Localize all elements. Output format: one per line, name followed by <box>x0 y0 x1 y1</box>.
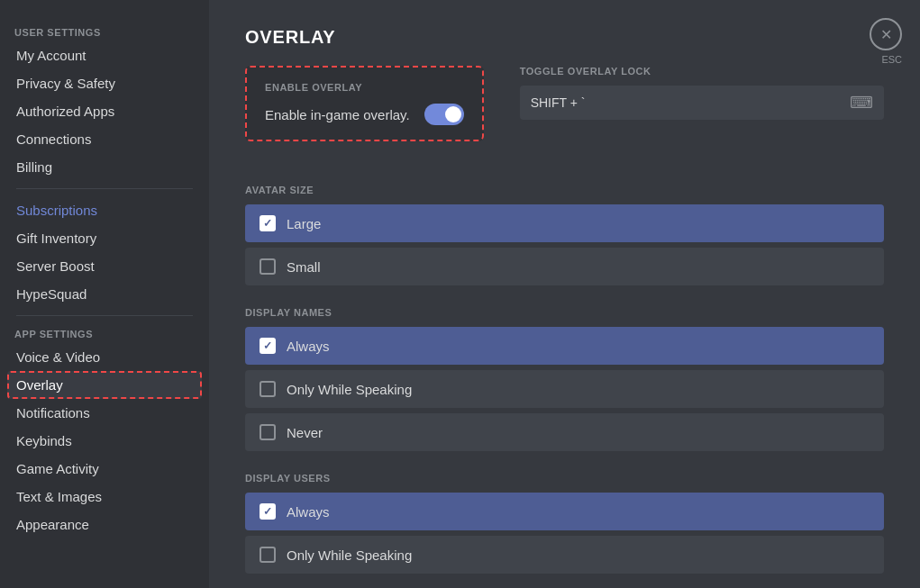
top-row: ENABLE OVERLAY Enable in-game overlay. T… <box>245 66 884 163</box>
checkbox-users-always <box>260 503 276 520</box>
user-settings-label: USER SETTINGS <box>7 22 202 41</box>
keyboard-icon: ⌨ <box>850 93 873 113</box>
checkbox-names-never <box>260 424 276 440</box>
sidebar-divider-2 <box>16 315 193 316</box>
sidebar-item-game-activity[interactable]: Game Activity <box>7 455 202 483</box>
avatar-size-small-label: Small <box>287 259 321 275</box>
display-names-section: DISPLAY NAMES Always Only While Speaking… <box>245 307 884 451</box>
display-names-speaking-label: Only While Speaking <box>287 382 412 397</box>
sidebar: USER SETTINGS My Account Privacy & Safet… <box>0 0 209 588</box>
toggle-lock-label: TOGGLE OVERLAY LOCK <box>520 66 884 77</box>
sidebar-item-hypesquad[interactable]: HypeSquad <box>7 280 202 308</box>
avatar-size-label: AVATAR SIZE <box>245 185 884 195</box>
sidebar-item-overlay[interactable]: Overlay <box>7 371 202 399</box>
sidebar-item-gift-inventory[interactable]: Gift Inventory <box>7 224 202 252</box>
sidebar-item-privacy-safety[interactable]: Privacy & Safety <box>7 69 202 97</box>
sidebar-divider-1 <box>16 188 193 189</box>
enable-overlay-text: Enable in-game overlay. <box>265 107 410 122</box>
sidebar-item-subscriptions[interactable]: Subscriptions <box>7 196 202 224</box>
display-users-always[interactable]: Always <box>245 493 884 530</box>
display-users-label: DISPLAY USERS <box>245 473 884 484</box>
checkbox-names-always <box>260 338 276 354</box>
keybind-text: SHIFT + ` <box>531 95 843 110</box>
sidebar-item-server-boost[interactable]: Server Boost <box>7 252 202 280</box>
page-title: OVERLAY <box>245 27 884 48</box>
enable-overlay-card: ENABLE OVERLAY Enable in-game overlay. <box>245 66 484 141</box>
close-button-label: ESC <box>881 54 902 65</box>
sidebar-item-text-images[interactable]: Text & Images <box>7 483 202 511</box>
close-button[interactable]: ✕ <box>870 18 902 50</box>
avatar-size-small[interactable]: Small <box>245 248 884 285</box>
keybind-row[interactable]: SHIFT + ` ⌨ <box>520 86 884 120</box>
avatar-size-section: AVATAR SIZE Large Small <box>245 185 884 285</box>
sidebar-item-billing[interactable]: Billing <box>7 153 202 181</box>
display-users-speaking-label: Only While Speaking <box>287 547 412 563</box>
main-content: OVERLAY ENABLE OVERLAY Enable in-game ov… <box>209 0 920 588</box>
sidebar-item-voice-video[interactable]: Voice & Video <box>7 343 202 371</box>
enable-overlay-row: Enable in-game overlay. <box>265 104 464 125</box>
display-users-always-label: Always <box>287 504 330 520</box>
display-names-never[interactable]: Never <box>245 413 884 451</box>
avatar-size-large[interactable]: Large <box>245 204 884 242</box>
sidebar-item-notifications[interactable]: Notifications <box>7 399 202 427</box>
sidebar-item-appearance[interactable]: Appearance <box>7 511 202 538</box>
enable-overlay-toggle[interactable] <box>424 104 464 125</box>
app-settings-label: APP SETTINGS <box>7 323 202 343</box>
checkbox-names-speaking <box>260 381 276 397</box>
display-names-speaking[interactable]: Only While Speaking <box>245 370 884 408</box>
display-users-speaking[interactable]: Only While Speaking <box>245 536 884 574</box>
display-names-label: DISPLAY NAMES <box>245 307 884 318</box>
enable-overlay-section-label: ENABLE OVERLAY <box>265 82 464 93</box>
checkbox-small <box>260 258 276 275</box>
display-names-always-label: Always <box>287 339 330 354</box>
toggle-knob <box>445 106 461 122</box>
checkbox-users-speaking <box>260 547 276 563</box>
display-names-always[interactable]: Always <box>245 327 884 365</box>
sidebar-item-my-account[interactable]: My Account <box>7 41 202 69</box>
sidebar-item-authorized-apps[interactable]: Authorized Apps <box>7 97 202 125</box>
sidebar-item-keybinds[interactable]: Keybinds <box>7 427 202 455</box>
checkbox-large <box>260 215 276 231</box>
avatar-size-large-label: Large <box>287 216 321 231</box>
toggle-overlay-lock-section: TOGGLE OVERLAY LOCK SHIFT + ` ⌨ <box>520 66 884 120</box>
display-names-never-label: Never <box>287 425 323 440</box>
display-users-section: DISPLAY USERS Always Only While Speaking <box>245 473 884 574</box>
sidebar-item-connections[interactable]: Connections <box>7 125 202 153</box>
